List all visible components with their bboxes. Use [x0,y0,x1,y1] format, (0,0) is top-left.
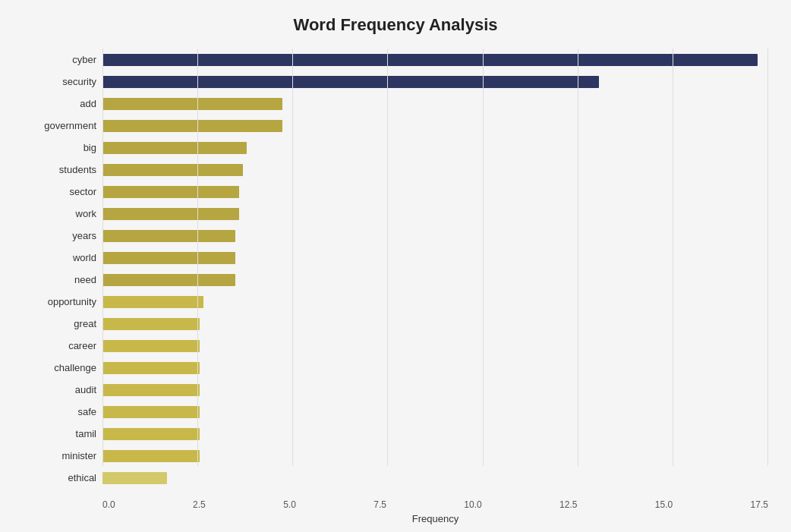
bar [102,186,239,198]
bar [102,406,200,418]
bar [102,98,282,110]
bar-row [102,206,768,222]
bar-row [102,427,768,442]
x-axis-label: 5.0 [283,499,296,510]
y-label: students [23,162,96,178]
bar-row [102,162,768,178]
x-axis-label: 15.0 [655,499,673,510]
bar [102,120,282,132]
x-axis-label: 0.0 [102,499,115,510]
bar-row [102,338,768,354]
bar-row [102,316,768,332]
bar [102,76,599,88]
y-label: government [23,118,96,134]
x-axis-title: Frequency [102,513,768,524]
bar [102,208,239,220]
bar-row [102,140,768,156]
bar [102,274,235,286]
bar-row [102,118,768,134]
bars-and-grid [102,49,768,489]
bar-row [102,382,768,398]
bar-row [102,250,768,266]
bar [102,164,243,176]
y-label: ethical [23,470,96,486]
bar-row [102,96,768,112]
bar-row [102,405,768,420]
bar [102,362,200,374]
y-label: minister [23,448,96,464]
y-label: need [23,272,96,288]
x-axis-labels: 0.02.55.07.510.012.515.017.5 [102,496,768,510]
y-label: audit [23,382,96,398]
bar [102,472,167,484]
x-axis-label: 12.5 [559,499,577,510]
y-label: career [23,338,96,354]
y-label: safe [23,404,96,420]
bar [102,230,235,242]
bar [102,340,200,352]
bar [102,318,200,330]
bars-wrapper [102,49,768,489]
bar-row [102,228,768,244]
y-label: great [23,316,96,332]
y-label: add [23,96,96,112]
y-label: cyber [23,52,96,68]
bar [102,296,203,308]
y-axis-labels: cybersecurityaddgovernmentbigstudentssec… [23,49,102,489]
x-axis-label: 10.0 [464,499,481,510]
x-axis-label: 2.5 [193,499,206,510]
x-axis-label: 7.5 [373,499,386,510]
y-label: security [23,74,96,90]
bar-row [102,294,768,310]
y-label: world [23,250,96,266]
y-label: tamil [23,426,96,442]
x-axis-label: 17.5 [751,499,768,510]
bar-row [102,52,768,68]
bar [102,142,247,154]
bottom-section: 0.02.55.07.510.012.515.017.5 Frequency [102,496,768,524]
bar-row [102,449,768,464]
bar-row [102,272,768,288]
bar [102,252,235,264]
bar [102,428,200,440]
bar-row [102,471,768,486]
chart-title: Word Frequency Analysis [23,15,768,35]
y-label: opportunity [23,294,96,310]
bar-row [102,74,768,90]
y-label: sector [23,184,96,200]
chart-container: Word Frequency Analysis cybersecurityadd… [0,0,791,532]
bar [102,54,758,66]
y-label: work [23,206,96,222]
bar [102,450,200,462]
y-label: big [23,140,96,156]
bar [102,384,200,396]
bar-row [102,184,768,200]
bar-row [102,360,768,376]
y-label: years [23,228,96,244]
chart-area: cybersecurityaddgovernmentbigstudentssec… [23,49,768,489]
y-label: challenge [23,360,96,376]
